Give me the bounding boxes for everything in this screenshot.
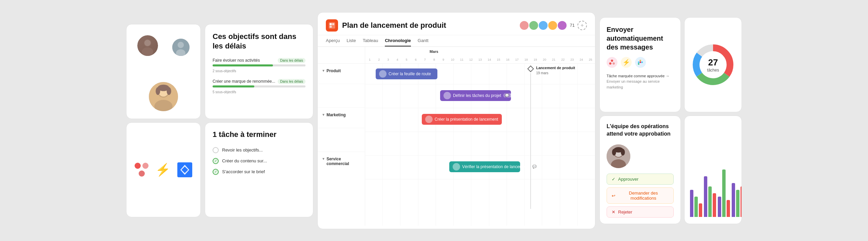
- donut-chart: 27 tâches: [691, 43, 735, 87]
- day-3: 3: [383, 58, 393, 61]
- header-avatar-1: [519, 20, 529, 31]
- section-service[interactable]: ▼ Service commercial: [318, 152, 365, 169]
- approval-buttons: ✓ Approuver ↩ Demander des modifications…: [607, 174, 674, 218]
- tab-chronologie[interactable]: Chronologie: [385, 38, 411, 46]
- section-produit[interactable]: ▼ Produit: [318, 64, 365, 84]
- task-check-1: [213, 147, 219, 153]
- marketing-task-row: [318, 128, 365, 152]
- header-avatar-5: [557, 20, 567, 31]
- donut-number: 27: [707, 57, 719, 67]
- day-25: 25: [586, 58, 595, 61]
- bar-green-4: [736, 190, 739, 217]
- asana-icon: [135, 163, 149, 177]
- gantt-header: Plan de lancement de produit 71 +: [318, 13, 595, 35]
- task-bar-presentation[interactable]: Créer la présentation de lancement: [422, 114, 502, 125]
- task-bar-feuille-route[interactable]: Créer la feuille de route: [376, 68, 437, 79]
- task-bar-definir-taches[interactable]: Définir les tâches du projet 💬 1: [440, 90, 511, 101]
- day-7: 7: [420, 58, 430, 61]
- task-item-1: Revoir les objectifs...: [213, 147, 305, 153]
- header-avatar-3: [538, 20, 548, 31]
- auto-slack-icon: [635, 57, 646, 68]
- automation-desc: Tâche marquée comme approuvée → Envoyer …: [607, 73, 674, 90]
- progress-bar-bg-1: [213, 64, 305, 66]
- task-label-3: Créer la présentation de lancement: [435, 117, 498, 122]
- row-sep-5: [365, 179, 595, 179]
- view-tabs: Aperçu Liste Tableau Chronologie Gantt: [318, 35, 595, 47]
- day-15: 15: [494, 58, 503, 61]
- avatar-count: 71: [570, 23, 575, 28]
- task-item-3: S'accorder sur le brief: [213, 169, 305, 175]
- reject-label: Rejeter: [618, 209, 632, 215]
- modify-label: Demander des modifications: [618, 190, 669, 201]
- svg-point-4: [178, 42, 184, 48]
- milestone-marker: Lancement de produit 19 mars: [531, 66, 533, 71]
- section-marketing[interactable]: ▼ Marketing: [318, 108, 365, 128]
- day-2: 2: [374, 58, 383, 61]
- bar-purple-1: [690, 190, 693, 217]
- add-member-button[interactable]: +: [577, 21, 587, 30]
- objective-badge-1: Dans les délais: [278, 58, 305, 63]
- svg-rect-22: [638, 61, 639, 63]
- grid-line: [525, 64, 542, 226]
- approve-icon: ✓: [612, 177, 615, 182]
- avatar-medium: [137, 35, 159, 57]
- modify-icon: ↩: [612, 193, 615, 198]
- section-label-marketing: Marketing: [327, 113, 346, 117]
- progress-bar-bg-2: [213, 85, 305, 87]
- milestone-label: Lancement de produit: [536, 66, 575, 70]
- modify-button[interactable]: ↩ Demander des modifications: [607, 187, 674, 204]
- avatar-group: [133, 31, 194, 112]
- right-column: Envoyer automatiquement des messages ⚡: [599, 17, 742, 224]
- bar-group-1: [690, 190, 702, 217]
- bar-green-3: [722, 169, 726, 217]
- second-column: Ces objectifs sont dans les délais Faire…: [205, 24, 313, 217]
- sub-objectives-2: 5 sous-objectifs: [213, 90, 236, 94]
- svg-rect-15: [329, 22, 335, 28]
- bar-green-1: [694, 197, 698, 217]
- tasks-title: 1 tâche à terminer: [213, 130, 305, 139]
- automation-card: Envoyer automatiquement des messages ⚡: [599, 17, 681, 112]
- tab-liste[interactable]: Liste: [347, 38, 356, 46]
- row-sep-4: [365, 155, 595, 156]
- approval-avatar: [607, 144, 630, 168]
- approve-button[interactable]: ✓ Approuver: [607, 174, 674, 185]
- approval-title: L'équipe des opérations attend votre app…: [607, 123, 674, 138]
- approval-card: L'équipe des opérations attend votre app…: [599, 116, 681, 224]
- section-label-produit: Produit: [327, 68, 341, 73]
- objective-item-2: Créer une marque de renommée... Dans les…: [213, 79, 305, 95]
- tab-gantt[interactable]: Gantt: [418, 38, 429, 46]
- auto-asana-icon: [607, 57, 617, 68]
- gantt-bars-area: Créer la feuille de route Définir les tâ…: [365, 64, 595, 226]
- svg-rect-25: [640, 61, 641, 63]
- tab-tableau[interactable]: Tableau: [363, 38, 378, 46]
- objective-badge-2: Dans les délais: [278, 79, 305, 84]
- grid-line: [578, 64, 595, 226]
- day-16: 16: [503, 58, 512, 61]
- donut-label: tâches: [707, 67, 719, 72]
- automation-title: Envoyer automatiquement des messages: [607, 25, 674, 52]
- task-bar-verifier[interactable]: Vérifier la présentation de lancement 💬 …: [449, 161, 520, 172]
- tab-apercu[interactable]: Aperçu: [326, 38, 340, 46]
- svg-point-36: [612, 149, 616, 156]
- svg-rect-24: [640, 60, 641, 61]
- day-19: 19: [531, 58, 540, 61]
- day-18: 18: [521, 58, 531, 61]
- svg-point-1: [142, 47, 153, 56]
- day-8: 8: [430, 58, 439, 61]
- task-item-2: Créer du contenu sur...: [213, 158, 305, 164]
- svg-rect-18: [330, 25, 332, 27]
- day-6: 6: [411, 58, 420, 61]
- grid-line: [489, 64, 507, 226]
- donut-card: 27 tâches: [684, 17, 742, 112]
- task-check-2: [213, 158, 219, 164]
- day-17: 17: [512, 58, 521, 61]
- svg-point-21: [613, 62, 615, 65]
- svg-point-12: [167, 87, 171, 95]
- day-22: 22: [558, 58, 568, 61]
- header-avatars: 71 +: [519, 20, 587, 31]
- svg-rect-26: [642, 61, 643, 63]
- bar-purple-2: [704, 176, 707, 217]
- grid-line: [560, 64, 578, 226]
- bar-red-3: [727, 200, 730, 217]
- reject-button[interactable]: ✕ Rejeter: [607, 206, 674, 218]
